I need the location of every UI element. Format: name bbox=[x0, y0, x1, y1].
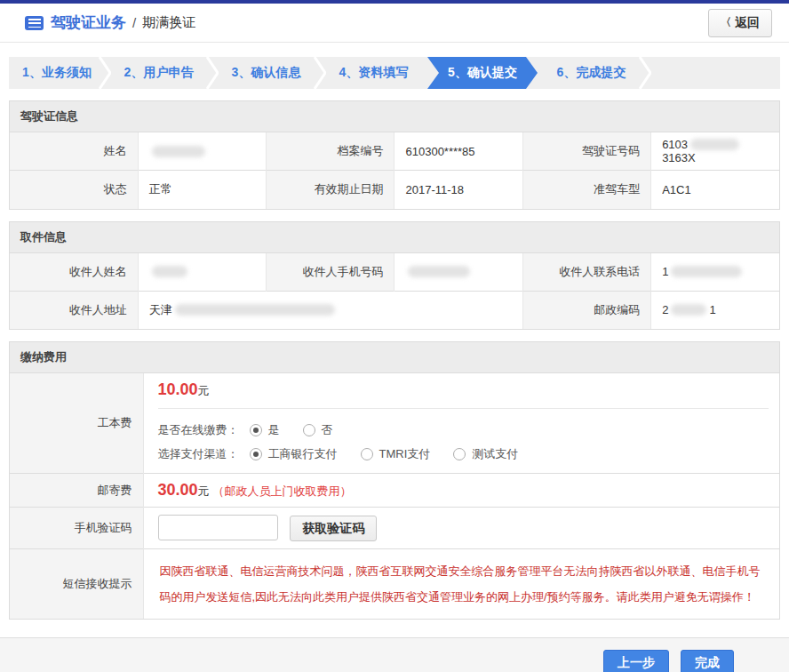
license-number-prefix: 6103 bbox=[662, 138, 688, 151]
step-separator bbox=[99, 57, 111, 89]
online-pay-label: 是否在线缴费： bbox=[158, 422, 239, 438]
radio-selected-icon[interactable] bbox=[250, 448, 262, 460]
sms-notice-label: 短信接收提示 bbox=[10, 549, 143, 620]
footer-action-bar: 上一步 完成 bbox=[0, 637, 789, 672]
step-label: 1、业务须知 bbox=[22, 65, 92, 81]
step-5-confirm-submit-active: 5、确认提交 bbox=[427, 57, 538, 89]
step-label: 5、确认提交 bbox=[448, 65, 517, 81]
production-fee-unit: 元 bbox=[198, 384, 210, 397]
step-4-fill-material: 4、资料填写 bbox=[320, 57, 427, 89]
redaction-blur bbox=[690, 139, 739, 150]
fees-section: 缴纳费用 工本费 10.00元 是否在线缴费： 是 否 选择支付渠道： 工商银行… bbox=[9, 341, 780, 620]
recipient-phone-label: 收件人联系电话 bbox=[522, 252, 650, 291]
page-header: 驾驶证业务 / 期满换证 〈 返回 bbox=[0, 4, 789, 43]
back-button[interactable]: 〈 返回 bbox=[708, 9, 772, 37]
channel-option-test[interactable]: 测试支付 bbox=[453, 446, 518, 462]
expiry-date-value: 2017-11-18 bbox=[394, 171, 522, 209]
table-row: 收件人地址 天津 邮政编码 21 bbox=[10, 291, 779, 329]
online-pay-option-no[interactable]: 否 bbox=[303, 422, 333, 438]
file-number-value: 610300****85 bbox=[394, 132, 522, 171]
step-bar-filler bbox=[645, 57, 780, 89]
step-3-confirm-info: 3、确认信息 bbox=[212, 57, 320, 89]
sms-code-input[interactable] bbox=[158, 515, 278, 540]
license-number-label: 驾驶证号码 bbox=[522, 132, 650, 171]
step-6-finish-submit: 6、完成提交 bbox=[538, 57, 645, 89]
finish-button[interactable]: 完成 bbox=[681, 650, 734, 672]
license-section-title: 驾驶证信息 bbox=[10, 101, 779, 132]
table-row: 收件人姓名 收件人手机号码 收件人联系电话 1 bbox=[10, 252, 779, 291]
fees-table: 工本费 10.00元 是否在线缴费： 是 否 选择支付渠道： 工商银行支付 TM… bbox=[10, 372, 779, 619]
radio-option-label: 测试支付 bbox=[472, 446, 518, 462]
page-title: 驾驶证业务 bbox=[51, 12, 126, 33]
table-row: 姓名 档案编号 610300****85 驾驶证号码 61033163X bbox=[10, 132, 779, 171]
channel-option-tmri[interactable]: TMRI支付 bbox=[361, 446, 431, 462]
redaction-blur bbox=[152, 266, 187, 277]
license-number-suffix: 3163X bbox=[662, 151, 696, 164]
name-value-masked bbox=[138, 132, 266, 171]
redaction-blur bbox=[671, 266, 742, 277]
pay-channel-label: 选择支付渠道： bbox=[158, 446, 239, 462]
mail-fee-amount: 30.00 bbox=[158, 481, 198, 499]
postcode-suffix: 1 bbox=[709, 303, 715, 316]
name-label: 姓名 bbox=[10, 132, 138, 171]
table-row: 状态 正常 有效期止日期 2017-11-18 准驾车型 A1C1 bbox=[10, 171, 779, 209]
sms-code-label: 手机验证码 bbox=[10, 508, 143, 549]
production-fee-amount: 10.00 bbox=[158, 380, 198, 398]
breadcrumb-divider: / bbox=[132, 15, 136, 30]
table-row: 短信接收提示 因陕西省联通、电信运营商技术问题，陕西省互联网交通安全综合服务管理… bbox=[10, 549, 779, 620]
table-row: 邮寄费 30.00元（邮政人员上门收取费用） bbox=[10, 474, 779, 508]
previous-step-button[interactable]: 上一步 bbox=[603, 650, 669, 672]
step-label: 3、确认信息 bbox=[232, 65, 301, 81]
radio-option-label: 工商银行支付 bbox=[268, 446, 338, 462]
vehicle-class-value: A1C1 bbox=[651, 171, 779, 209]
radio-unselected-icon[interactable] bbox=[303, 424, 315, 436]
postcode-prefix: 2 bbox=[662, 303, 668, 316]
sms-notice-text: 因陕西省联通、电信运营商技术问题，陕西省互联网交通安全综合服务管理平台无法向持陕… bbox=[158, 556, 769, 612]
recipient-phone-prefix: 1 bbox=[662, 265, 668, 278]
status-label: 状态 bbox=[10, 171, 138, 209]
step-separator bbox=[314, 57, 326, 89]
radio-unselected-icon[interactable] bbox=[453, 448, 466, 460]
online-pay-option-yes[interactable]: 是 bbox=[250, 422, 280, 438]
breadcrumb-current: 期满换证 bbox=[142, 14, 195, 31]
table-row: 工本费 10.00元 是否在线缴费： 是 否 选择支付渠道： 工商银行支付 TM… bbox=[10, 373, 779, 474]
fees-section-title: 缴纳费用 bbox=[10, 342, 779, 372]
file-number-label: 档案编号 bbox=[267, 132, 394, 171]
postcode-label: 邮政编码 bbox=[522, 291, 650, 329]
card-list-icon bbox=[25, 16, 44, 30]
license-info-table: 姓名 档案编号 610300****85 驾驶证号码 61033163X 状态 … bbox=[10, 132, 779, 209]
recipient-address-value: 天津 bbox=[138, 291, 522, 329]
radio-option-label: 否 bbox=[322, 422, 333, 438]
redaction-blur bbox=[408, 266, 470, 277]
chevron-left-icon: 〈 bbox=[721, 15, 731, 30]
radio-option-label: TMRI支付 bbox=[379, 446, 431, 462]
recipient-mobile-label: 收件人手机号码 bbox=[267, 252, 394, 291]
expiry-date-label: 有效期止日期 bbox=[267, 171, 394, 209]
step-label: 6、完成提交 bbox=[557, 65, 626, 81]
vehicle-class-label: 准驾车型 bbox=[522, 171, 650, 209]
production-fee-cell: 10.00元 是否在线缴费： 是 否 选择支付渠道： 工商银行支付 TMRI支付… bbox=[143, 373, 779, 474]
radio-selected-icon[interactable] bbox=[250, 424, 262, 436]
recipient-address-prefix: 天津 bbox=[149, 303, 172, 316]
status-value: 正常 bbox=[138, 171, 266, 209]
recipient-mobile-value-masked bbox=[394, 252, 522, 291]
radio-unselected-icon[interactable] bbox=[361, 448, 373, 460]
recipient-phone-value: 1 bbox=[651, 252, 779, 291]
license-number-value: 61033163X bbox=[651, 132, 779, 171]
fee-divider bbox=[158, 408, 769, 409]
sms-notice-cell: 因陕西省联通、电信运营商技术问题，陕西省互联网交通安全综合服务管理平台无法向持陕… bbox=[143, 549, 779, 620]
channel-option-icbc[interactable]: 工商银行支付 bbox=[250, 446, 338, 462]
mail-fee-note: （邮政人员上门收取费用） bbox=[213, 484, 352, 498]
mail-fee-label: 邮寄费 bbox=[10, 474, 143, 508]
step-wizard: 1、业务须知 2、用户申告 3、确认信息 4、资料填写 5、确认提交 6、完成提… bbox=[9, 57, 780, 89]
radio-option-label: 是 bbox=[268, 422, 280, 438]
postcode-value: 21 bbox=[651, 291, 779, 329]
mail-fee-unit: 元 bbox=[198, 484, 210, 498]
online-pay-row: 是否在线缴费： 是 否 bbox=[158, 418, 769, 442]
production-fee-amount-line: 10.00元 bbox=[158, 380, 769, 399]
recipient-name-label: 收件人姓名 bbox=[10, 252, 138, 291]
get-code-button[interactable]: 获取验证码 bbox=[290, 516, 377, 541]
pickup-section-title: 取件信息 bbox=[10, 222, 779, 252]
redaction-blur bbox=[152, 146, 205, 157]
step-1-business-notice: 1、业务须知 bbox=[9, 57, 105, 89]
